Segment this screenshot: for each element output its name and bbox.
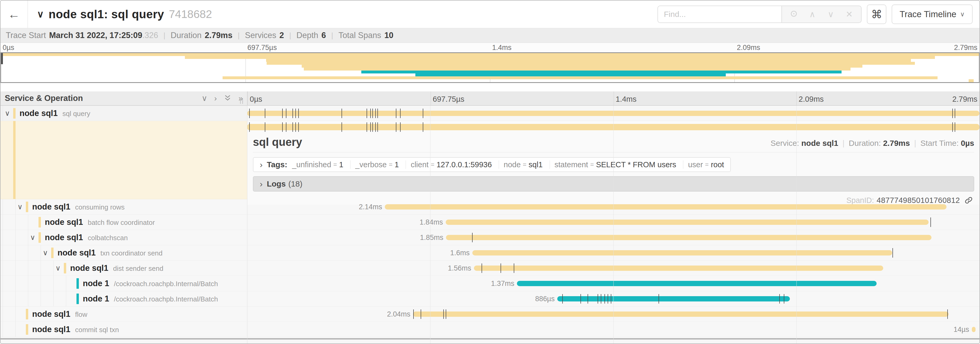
span-row-timeline-cell[interactable]: 2.04ms	[247, 307, 980, 322]
span-bar[interactable]	[446, 219, 929, 225]
span-row-name-cell[interactable]: ∨node sql1txn coordinator send	[0, 245, 247, 260]
span-row-name-cell[interactable]: node sql1batch flow coordinator	[0, 214, 247, 230]
service-name: node sql1sql query	[19, 109, 90, 118]
span-row-timeline-cell[interactable]: 1.56ms	[247, 261, 980, 275]
detail-duration-label: Duration:	[849, 139, 883, 147]
span-row-timeline-cell[interactable]: 1.37ms	[247, 276, 980, 291]
span-log-tick	[514, 263, 514, 273]
span-row[interactable]: node 1/cockroach.roachpb.Internal/Batch1…	[0, 276, 980, 291]
span-bar[interactable]	[247, 111, 980, 116]
span-row[interactable]: ∨node sql1sql query	[0, 106, 980, 121]
tag-equals: =	[431, 161, 434, 168]
prev-result-icon[interactable]: ∧	[803, 10, 821, 19]
span-bar[interactable]	[247, 124, 980, 130]
row-expander-icon[interactable]: ∨	[18, 203, 23, 211]
span-row-timeline-cell[interactable]: 14µs	[247, 322, 980, 337]
row-expander-icon[interactable]: ∨	[56, 264, 60, 272]
summary-item-label: Duration	[171, 30, 202, 40]
collapse-all-icon[interactable]	[224, 94, 232, 103]
span-row-name-cell[interactable]: ∨node sql1colbatchscan	[0, 230, 247, 245]
locate-icon[interactable]	[784, 9, 803, 19]
depth-guide-line	[28, 261, 28, 275]
service-name: node 1/cockroach.roachpb.Internal/Batch	[83, 294, 218, 304]
tag-item: _verbose=1	[355, 160, 399, 169]
span-row-name-cell[interactable]: node sql1flow	[0, 307, 247, 322]
span-row-timeline-cell[interactable]: 886µs	[247, 291, 980, 306]
span-bar[interactable]	[474, 266, 883, 271]
back-button[interactable]: ←	[0, 0, 28, 28]
span-bar[interactable]	[557, 296, 790, 301]
span-row-name-cell[interactable]: node sql1commit sql txn	[0, 322, 247, 337]
span-row[interactable]: node sql1commit sql txn14µs	[0, 322, 980, 337]
span-log-tick	[400, 109, 401, 118]
span-row-name-cell[interactable]: ∨node sql1dist sender send	[0, 261, 247, 275]
column-resize-grip[interactable]: ||	[240, 97, 244, 104]
collapse-trace-icon[interactable]: ∨	[37, 9, 44, 20]
row-expander-icon[interactable]: ∨	[43, 249, 48, 257]
tag-key: _unfinished	[292, 160, 331, 169]
find-input[interactable]	[657, 6, 781, 23]
trace-minimap[interactable]	[0, 52, 980, 83]
span-row[interactable]: node 1/cockroach.roachpb.Internal/Batch8…	[0, 291, 980, 307]
span-duration-label: 2.04ms	[387, 310, 413, 318]
tag-key: user	[688, 160, 703, 169]
span-row-name-cell[interactable]: node 1/cockroach.roachpb.Internal/Batch	[0, 276, 247, 291]
timeline-tick-label: 2.79ms	[952, 95, 977, 104]
span-log-tick	[952, 122, 953, 132]
span-row[interactable]: node sql1batch flow coordinator1.84ms	[0, 214, 980, 230]
command-icon: ⌘	[871, 8, 882, 21]
span-log-tick	[587, 294, 588, 304]
copy-link-icon[interactable]	[964, 196, 973, 205]
span-row-name-cell[interactable]: ∨node sql1sql query	[0, 106, 247, 121]
expand-one-icon[interactable]: ›	[214, 94, 217, 102]
logs-accordion[interactable]: ›Logs(18)	[253, 176, 974, 192]
depth-guide-line	[66, 276, 66, 291]
span-bar[interactable]	[385, 204, 947, 210]
summary-item-value: 6	[321, 30, 326, 40]
span-row[interactable]: ∨node sql1txn coordinator send1.6ms	[0, 245, 980, 261]
span-bar[interactable]	[972, 327, 975, 332]
minimap-span-bar	[223, 76, 937, 79]
minimap-tick-label: 697.75µs	[247, 43, 277, 52]
span-bar[interactable]	[517, 281, 877, 286]
tag-key: statement	[555, 160, 588, 169]
span-row-timeline-cell[interactable]: 1.6ms	[247, 245, 980, 260]
span-bar[interactable]	[473, 250, 892, 256]
span-row[interactable]: ∨node sql1dist sender send1.56ms	[0, 261, 980, 276]
tag-value: sql1	[528, 160, 542, 169]
span-row[interactable]: ∨node sql1colbatchscan1.85ms	[0, 230, 980, 245]
span-row-timeline-cell[interactable]	[247, 106, 980, 121]
detail-span-meta: Service: node sql1|Duration: 2.79ms|Star…	[771, 139, 974, 148]
span-log-tick	[601, 294, 601, 304]
span-row-name-cell[interactable]: node 1/cockroach.roachpb.Internal/Batch	[0, 291, 247, 306]
tags-accordion[interactable]: ›Tags:_unfinished=1_verbose=1client=127.…	[253, 157, 731, 172]
row-expander-icon[interactable]: ∨	[30, 233, 35, 242]
span-bar[interactable]	[446, 235, 931, 240]
span-row-name-cell[interactable]: ∨node sql1consuming rows	[0, 199, 247, 214]
span-row-timeline-cell[interactable]: 1.85ms	[247, 230, 980, 245]
row-expander-icon[interactable]: ∨	[5, 109, 10, 118]
span-id-label: SpanID:	[846, 196, 874, 205]
minimap-span-bar	[1, 53, 979, 56]
collapse-one-icon[interactable]: ∨	[202, 94, 207, 102]
keyboard-shortcuts-button[interactable]: ⌘	[867, 5, 886, 24]
detail-duration-value: 2.79ms	[883, 139, 910, 147]
summary-item-label: Depth	[296, 30, 318, 40]
span-log-tick	[501, 263, 501, 273]
span-id-value: 4877749850101760812	[877, 196, 960, 205]
next-result-icon[interactable]: ∨	[821, 10, 840, 19]
tag-value: 127.0.0.1:59936	[436, 160, 492, 169]
summary-item-value: 2	[280, 30, 284, 40]
span-bar[interactable]	[413, 312, 949, 317]
clear-search-icon[interactable]: ✕	[840, 10, 858, 19]
operation-name: colbatchscan	[88, 234, 128, 242]
minimap-drag-handle[interactable]	[1, 53, 3, 64]
span-row[interactable]: node sql1flow2.04ms	[0, 307, 980, 322]
minimap-tick-label: 2.79ms	[954, 43, 977, 52]
span-log-tick	[784, 294, 784, 304]
span-row-timeline-cell[interactable]: 1.84ms	[247, 214, 980, 230]
view-dropdown-button[interactable]: Trace Timeline ∨	[892, 5, 973, 24]
span-duration-label: 2.14ms	[359, 203, 385, 211]
span-duration-label: 14µs	[954, 325, 972, 333]
service-name: node sql1dist sender send	[70, 263, 164, 273]
